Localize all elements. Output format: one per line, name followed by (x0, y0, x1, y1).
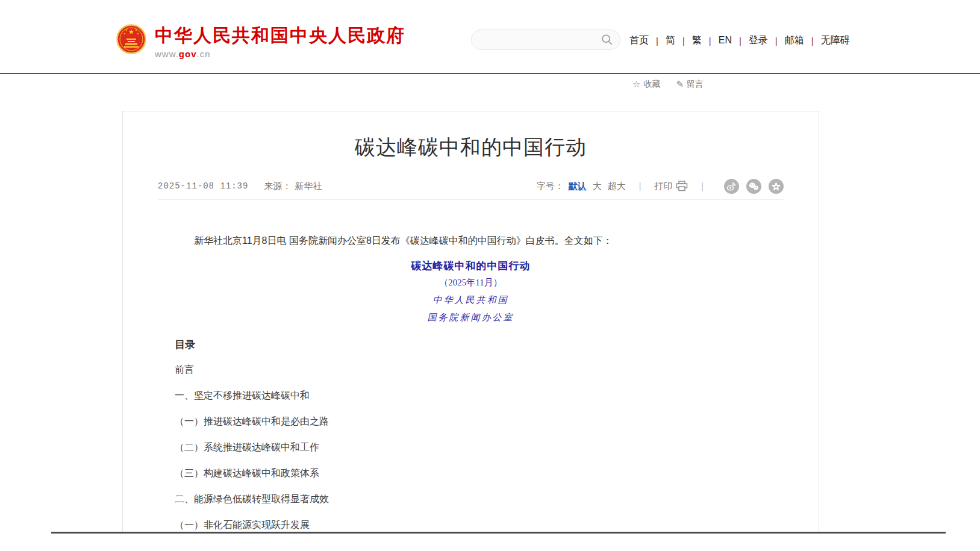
toc-intro: 前言 (175, 364, 767, 377)
weibo-share-icon[interactable] (724, 179, 739, 194)
nav-login[interactable]: 登录 (741, 34, 775, 47)
toc-item: （二）系统推进碳达峰碳中和工作 (175, 441, 767, 455)
nav-mail[interactable]: 邮箱 (778, 34, 811, 47)
toc-item: 二、能源绿色低碳转型取得显著成效 (175, 493, 767, 506)
font-size-default-button[interactable]: 默认 (569, 181, 587, 192)
nav-traditional[interactable]: 繁 (685, 34, 709, 47)
favorite-button[interactable]: ☆ 收藏 (632, 79, 660, 90)
print-label: 打印 (654, 181, 672, 192)
toc-item: 一、坚定不移推进碳达峰碳中和 (175, 390, 767, 403)
search-box[interactable] (471, 30, 620, 50)
top-nav: 首页| 简| 繁| EN| 登录| 邮箱| 无障碍 (629, 33, 857, 48)
article-title: 碳达峰碳中和的中国行动 (123, 133, 819, 161)
font-size-large-button[interactable]: 大 (593, 181, 602, 192)
meta-divider (158, 199, 784, 200)
site-header: 中华人民共和国中央人民政府 www.gov.cn 首页| 简| 繁| EN| 登… (0, 0, 980, 73)
pencil-icon: ✎ (676, 79, 684, 90)
article-content: 新华社北京11月8日电 国务院新闻办公室8日发布《碳达峰碳中和的中国行动》白皮书… (123, 232, 819, 532)
nav-home[interactable]: 首页 (629, 34, 656, 47)
article-meta-right: 字号： 默认 大 超大 | 打印 | (537, 179, 784, 194)
source-value[interactable]: 新华社 (295, 181, 322, 192)
site-url-cn: .cn (197, 49, 211, 59)
national-emblem-icon (116, 24, 146, 54)
meta-separator: | (639, 181, 641, 191)
site-url-gov: gov (179, 49, 197, 59)
article-card: 碳达峰碳中和的中国行动 2025-11-08 11:39 来源： 新华社 字号：… (122, 111, 819, 532)
search-icon[interactable] (601, 33, 614, 46)
source-label: 来源： (264, 181, 291, 192)
nav-english[interactable]: EN (711, 35, 739, 46)
site-url-www: www. (155, 49, 179, 59)
toc-item: （一）非化石能源实现跃升发展 (175, 519, 767, 532)
print-button[interactable]: 打印 (654, 181, 688, 192)
bottom-divider (51, 532, 946, 534)
printer-icon (676, 181, 688, 191)
nav-simplified[interactable]: 简 (658, 34, 682, 47)
document-title: 碳达峰碳中和的中国行动 (175, 259, 767, 273)
comment-label: 留言 (687, 79, 704, 90)
document-org-line1: 中华人民共和国 (175, 294, 767, 307)
font-size-xlarge-button[interactable]: 超大 (608, 181, 626, 192)
article-date: 2025-11-08 11:39 (158, 181, 248, 191)
site-url: www.gov.cn (155, 49, 405, 59)
document-date: （2025年11月） (175, 277, 767, 290)
wechat-share-icon[interactable] (746, 179, 761, 194)
favorite-share-icon[interactable] (769, 179, 784, 194)
toc-item: （三）构建碳达峰碳中和政策体系 (175, 467, 767, 481)
site-brand[interactable]: 中华人民共和国中央人民政府 www.gov.cn (116, 24, 405, 59)
share-icons (717, 179, 784, 194)
meta-separator: | (701, 181, 704, 191)
comment-button[interactable]: ✎ 留言 (676, 79, 704, 90)
toc-heading: 目录 (175, 338, 767, 352)
site-title: 中华人民共和国中央人民政府 (155, 25, 405, 46)
font-size-label: 字号： (537, 181, 564, 192)
star-icon: ☆ (632, 79, 640, 90)
document-org-line2: 国务院新闻办公室 (175, 312, 767, 325)
toc-item: （一）推进碳达峰碳中和是必由之路 (175, 416, 767, 429)
article-meta-row: 2025-11-08 11:39 来源： 新华社 字号： 默认 大 超大 | 打… (123, 179, 819, 193)
lead-paragraph: 新华社北京11月8日电 国务院新闻办公室8日发布《碳达峰碳中和的中国行动》白皮书… (175, 232, 767, 249)
search-input[interactable] (472, 31, 601, 49)
header-divider (0, 73, 980, 74)
favorite-label: 收藏 (643, 79, 660, 90)
page-actions: ☆ 收藏 ✎ 留言 (632, 79, 719, 90)
nav-accessibility[interactable]: 无障碍 (814, 34, 857, 47)
article-meta-left: 2025-11-08 11:39 来源： 新华社 (158, 181, 322, 192)
